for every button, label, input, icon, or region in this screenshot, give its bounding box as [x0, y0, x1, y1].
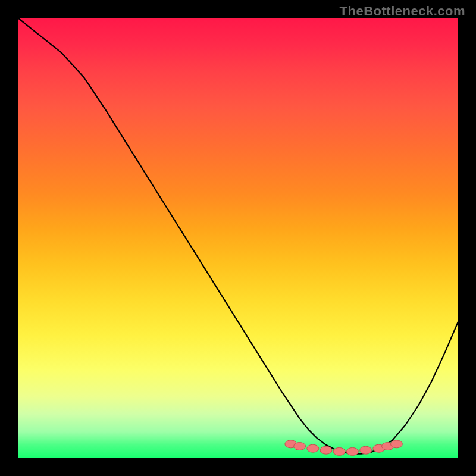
curve-layer — [18, 18, 458, 458]
optimal-dot — [307, 444, 319, 452]
chart-frame: TheBottleneck.com — [0, 0, 476, 476]
bottleneck-curve — [18, 18, 458, 454]
optimal-dot — [294, 443, 306, 450]
watermark-text: TheBottleneck.com — [340, 4, 465, 19]
optimal-dot — [333, 447, 345, 455]
plot-area — [18, 18, 458, 458]
optimal-dot — [346, 447, 358, 455]
optimal-dot — [360, 446, 372, 454]
optimal-dot — [390, 440, 402, 448]
optimal-dot — [320, 446, 332, 454]
